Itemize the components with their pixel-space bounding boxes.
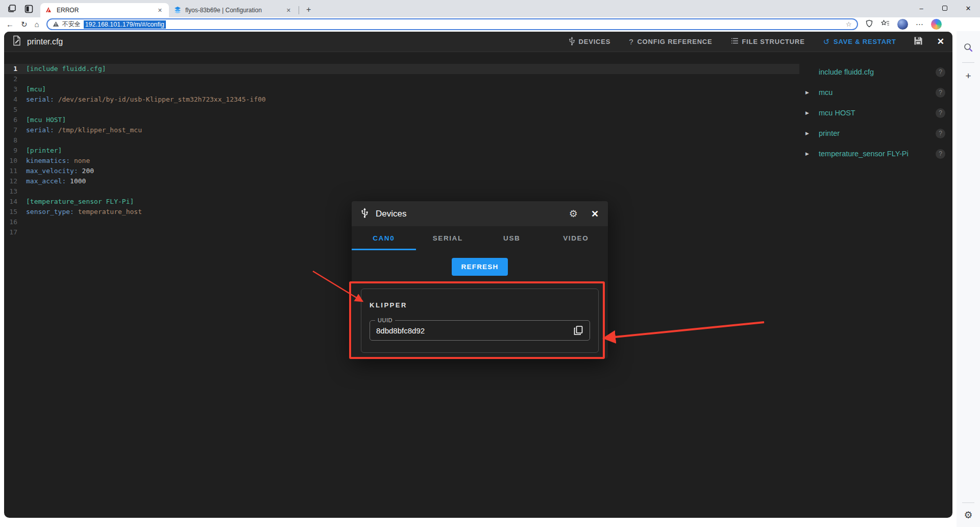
favorites-icon[interactable] bbox=[881, 19, 890, 29]
usb-icon bbox=[569, 37, 575, 47]
code-line[interactable]: 12max_accel: 1000 bbox=[4, 176, 799, 186]
tab-can0[interactable]: CAN0 bbox=[352, 226, 416, 250]
device-name: KLIPPER bbox=[370, 301, 590, 309]
uuid-value: 8dbd8bfc8d92 bbox=[376, 326, 425, 335]
line-number: 4 bbox=[4, 94, 17, 105]
code-line[interactable]: 5 bbox=[4, 105, 799, 115]
save-icon[interactable] bbox=[914, 36, 923, 47]
tab-title: ERROR bbox=[57, 7, 152, 14]
code-line[interactable]: 8 bbox=[4, 135, 799, 146]
line-number: 15 bbox=[4, 207, 17, 217]
browser-essentials-icon[interactable] bbox=[865, 19, 873, 30]
line-content: serial: /dev/serial/by-id/usb-Klipper_st… bbox=[17, 94, 266, 105]
tree-item-temperature-sensor[interactable]: ▶ temperature_sensor FLY-Pi ? bbox=[799, 143, 952, 164]
line-number: 12 bbox=[4, 176, 17, 186]
url-text[interactable]: 192.168.101.179/m/#/config bbox=[84, 20, 166, 29]
tab-video[interactable]: VIDEO bbox=[544, 226, 608, 250]
line-content: serial: /tmp/klipper_host_mcu bbox=[17, 125, 142, 135]
tree-item-mcu-host[interactable]: ▶ mcu HOST ? bbox=[799, 103, 952, 123]
config-reference-button[interactable]: ? CONFIG REFERENCE bbox=[629, 37, 712, 46]
chevron-right-icon[interactable]: ▶ bbox=[805, 110, 815, 115]
line-number: 6 bbox=[4, 115, 17, 125]
sidebar-search-icon[interactable] bbox=[963, 42, 973, 55]
window-close-button[interactable]: ✕ bbox=[957, 0, 980, 16]
code-line[interactable]: 13 bbox=[4, 186, 799, 197]
browser-titlebar: ERROR ✕ flyos-83b69e | Configuration ✕ +… bbox=[0, 0, 980, 17]
devices-settings-icon[interactable]: ⚙ bbox=[569, 208, 578, 220]
refresh-button[interactable]: REFRESH bbox=[452, 258, 508, 276]
copy-uuid-button[interactable] bbox=[573, 325, 583, 336]
line-content: max_velocity: 200 bbox=[17, 166, 94, 176]
save-restart-button[interactable]: ↺ SAVE & RESTART bbox=[823, 37, 896, 46]
tab-close-icon[interactable]: ✕ bbox=[285, 7, 292, 14]
flyos-tab-favicon bbox=[174, 6, 181, 15]
uuid-field-label: UUID bbox=[375, 317, 395, 323]
address-bar[interactable]: 不安全 192.168.101.179/m/#/config ☆ bbox=[46, 18, 858, 30]
favorite-star-icon[interactable]: ☆ bbox=[846, 20, 852, 28]
new-tab-button[interactable]: + bbox=[301, 5, 316, 14]
tab-close-icon[interactable]: ✕ bbox=[156, 7, 164, 14]
line-number: 5 bbox=[4, 105, 17, 115]
help-circle-icon[interactable]: ? bbox=[936, 67, 945, 77]
code-line[interactable]: 7serial: /tmp/klipper_host_mcu bbox=[4, 125, 799, 135]
chevron-right-icon[interactable]: ▶ bbox=[805, 151, 815, 156]
code-line[interactable]: 2 bbox=[4, 74, 799, 84]
window-restore-button[interactable] bbox=[933, 0, 957, 16]
restart-icon: ↺ bbox=[823, 37, 830, 46]
devices-tabs: CAN0 SERIAL USB VIDEO bbox=[352, 226, 608, 250]
security-label[interactable]: 不安全 bbox=[62, 20, 81, 29]
help-circle-icon[interactable]: ? bbox=[936, 149, 945, 159]
chevron-right-icon[interactable]: ▶ bbox=[805, 90, 815, 95]
home-icon[interactable]: ⌂ bbox=[35, 20, 39, 29]
devices-button[interactable]: DEVICES bbox=[569, 37, 611, 47]
tree-item-printer[interactable]: ▶ printer ? bbox=[799, 123, 952, 143]
help-circle-icon[interactable]: ? bbox=[936, 88, 945, 98]
code-line[interactable]: 11max_velocity: 200 bbox=[4, 166, 799, 176]
code-line[interactable]: 9[printer] bbox=[4, 146, 799, 156]
file-edit-icon bbox=[12, 35, 22, 48]
tab-separator bbox=[299, 6, 299, 14]
tree-item-include-fluidd[interactable]: include fluidd.cfg ? bbox=[799, 62, 952, 82]
help-circle-icon[interactable]: ? bbox=[936, 108, 945, 118]
settings-menu-icon[interactable]: ⋯ bbox=[916, 20, 923, 29]
tree-item-mcu[interactable]: ▶ mcu ? bbox=[799, 82, 952, 103]
sidebar-settings-icon[interactable]: ⚙ bbox=[964, 509, 972, 521]
devices-close-icon[interactable]: ✕ bbox=[591, 208, 599, 220]
window-minimize-button[interactable]: – bbox=[910, 0, 933, 16]
code-line[interactable]: 10kinematics: none bbox=[4, 156, 799, 166]
sidebar-add-icon[interactable]: + bbox=[965, 70, 971, 82]
profile-avatar[interactable] bbox=[897, 19, 908, 30]
copilot-icon[interactable] bbox=[931, 19, 942, 30]
tree-item-label: mcu HOST bbox=[819, 109, 855, 117]
file-structure-button[interactable]: FILE STRUCTURE bbox=[731, 38, 805, 45]
file-structure-label: FILE STRUCTURE bbox=[742, 38, 805, 45]
back-icon[interactable]: ← bbox=[6, 20, 14, 29]
help-icon: ? bbox=[629, 37, 633, 46]
code-line[interactable]: 6[mcu HOST] bbox=[4, 115, 799, 125]
code-line[interactable]: 4serial: /dev/serial/by-id/usb-Klipper_s… bbox=[4, 94, 799, 105]
workspaces-icon[interactable] bbox=[7, 4, 16, 13]
tab-actions-icon[interactable] bbox=[24, 5, 33, 13]
chevron-right-icon[interactable]: ▶ bbox=[805, 131, 815, 136]
browser-tab-error[interactable]: ERROR ✕ bbox=[40, 3, 169, 17]
line-number: 7 bbox=[4, 125, 17, 135]
tree-item-label: printer bbox=[819, 129, 840, 137]
line-number: 11 bbox=[4, 166, 17, 176]
editor-close-button[interactable]: ✕ bbox=[937, 36, 944, 47]
uuid-field[interactable]: UUID 8dbd8bfc8d92 bbox=[370, 320, 590, 341]
code-line[interactable]: 1[include fluidd.cfg] bbox=[4, 64, 799, 74]
tab-usb[interactable]: USB bbox=[480, 226, 544, 250]
devices-modal: Devices ⚙ ✕ CAN0 SERIAL USB VIDEO REFRES… bbox=[352, 201, 608, 358]
refresh-icon[interactable]: ↻ bbox=[21, 20, 28, 29]
help-circle-icon[interactable]: ? bbox=[936, 129, 945, 138]
line-number: 16 bbox=[4, 217, 17, 227]
line-content: [mcu HOST] bbox=[17, 115, 66, 125]
tree-item-label: temperature_sensor FLY-Pi bbox=[819, 150, 909, 158]
list-icon bbox=[731, 38, 739, 45]
browser-tab-flyos[interactable]: flyos-83b69e | Configuration ✕ bbox=[169, 3, 298, 17]
devices-button-label: DEVICES bbox=[579, 38, 611, 45]
screen: ERROR ✕ flyos-83b69e | Configuration ✕ +… bbox=[0, 0, 980, 527]
usb-icon bbox=[361, 208, 369, 220]
tab-serial[interactable]: SERIAL bbox=[416, 226, 480, 250]
code-line[interactable]: 3[mcu] bbox=[4, 84, 799, 94]
